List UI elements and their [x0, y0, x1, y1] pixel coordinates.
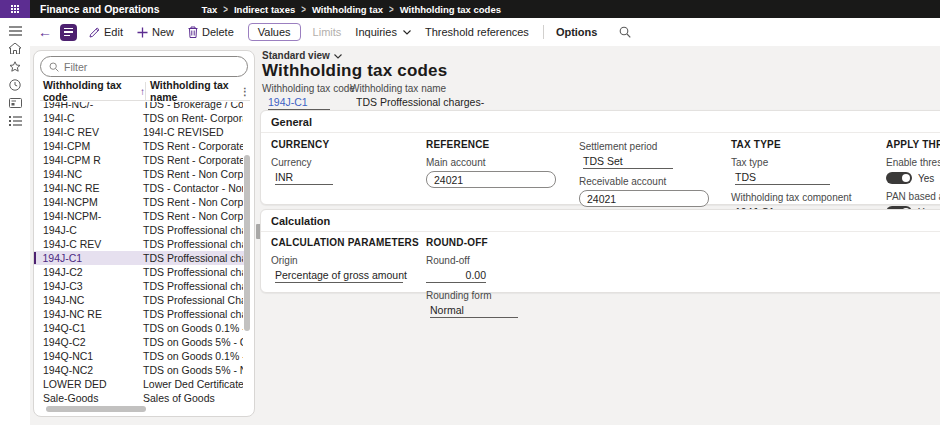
row-code-cell: 194I-NCPM- — [34, 210, 139, 222]
app-launcher-button[interactable] — [0, 0, 30, 18]
limits-button: Limits — [313, 26, 342, 38]
chevron-down-icon — [334, 50, 342, 61]
tax-code-row[interactable]: 194I-NC RETDS - Contactor - Non C — [34, 181, 246, 195]
receivable-account-input[interactable]: 24021 — [579, 190, 709, 207]
search-icon[interactable] — [619, 26, 631, 38]
values-button[interactable]: Values — [248, 23, 301, 41]
view-selector[interactable]: Standard view — [262, 50, 342, 61]
new-button[interactable]: New — [137, 26, 174, 38]
home-icon[interactable] — [6, 42, 24, 55]
filter-input[interactable] — [64, 61, 239, 73]
favorites-star-icon[interactable] — [6, 60, 24, 73]
tax-code-row[interactable]: 194J-C REVTDS Proffessional charge — [34, 237, 246, 251]
enable-threshold-label: Enable threshol — [886, 157, 940, 168]
breadcrumb-chevron-icon: > — [301, 3, 306, 16]
header-code-value[interactable]: 194J-C1 — [268, 96, 330, 110]
threshold-references-button[interactable]: Threshold references — [425, 26, 529, 38]
currency-value[interactable]: INR — [275, 171, 333, 185]
breadcrumb-item[interactable]: Indirect taxes — [234, 4, 295, 15]
rounding-form-label: Rounding form — [426, 290, 586, 301]
row-code-cell: 194I-C — [34, 112, 139, 124]
calculation-section-title[interactable]: Calculation — [261, 210, 940, 232]
task-menu-button[interactable] — [60, 24, 77, 41]
reference-group-header: REFERENCE — [426, 139, 576, 150]
row-code-cell: 194J-C3 — [34, 280, 139, 292]
row-code-cell: 194Q-NC2 — [34, 364, 139, 376]
back-button[interactable]: ← — [38, 24, 52, 40]
horizontal-scrollbar[interactable] — [46, 406, 146, 412]
tax-code-row[interactable]: 194I-CPM RTDS Rent - Corporate - F — [34, 153, 246, 167]
tax-code-row[interactable]: 194I-NCPM-TDS Rent - Non Corpora — [34, 209, 246, 223]
column-header-code[interactable]: Withholding tax code ↑ — [40, 79, 145, 103]
row-name-cell: TDS Proffessional charge — [139, 308, 243, 320]
tax-code-row[interactable]: 194I-NCTDS Rent - Non Corpora — [34, 167, 246, 181]
row-name-cell: TDS Rent - Non Corpora — [139, 168, 243, 180]
withholding-tax-component-label: Withholding tax component — [731, 192, 881, 203]
toggle-on-icon — [886, 172, 912, 184]
action-toolbar: ← Edit New Delete Values Limits Inquirie… — [30, 18, 940, 46]
hamburger-menu-icon[interactable] — [6, 24, 24, 37]
edit-button[interactable]: Edit — [89, 26, 123, 38]
inquiries-menu[interactable]: Inquiries — [355, 26, 411, 38]
column-more-icon[interactable]: ⋮ — [240, 86, 250, 97]
app-window: Finance and Operations Tax>Indirect taxe… — [0, 0, 940, 425]
tax-code-row[interactable]: 194J-C2TDS Proffessional charge — [34, 265, 246, 279]
filter-box[interactable] — [40, 56, 248, 77]
row-name-cell: TDS Professional Charge — [139, 294, 243, 306]
tax-code-row[interactable]: 194Q-C2TDS on Goods 5% - Corp — [34, 335, 246, 349]
recent-clock-icon[interactable] — [6, 78, 24, 91]
settlement-period-value[interactable]: TDS Set — [583, 155, 673, 169]
main-account-input[interactable]: 24021 — [426, 171, 556, 188]
breadcrumb-item[interactable]: Tax — [202, 4, 218, 15]
row-code-cell: LOWER DED — [34, 378, 139, 390]
tax-code-row[interactable]: 194Q-NC1TDS on Goods 0.1% - Nc — [34, 349, 246, 363]
tax-code-row[interactable]: 194I-CTDS on Rent- Corporate- — [34, 111, 246, 125]
row-code-cell: 194J-NC — [34, 294, 139, 306]
rounding-form-value[interactable]: Normal — [430, 304, 518, 318]
breadcrumb-item[interactable]: Withholding tax — [312, 4, 383, 15]
column-header-name[interactable]: Withholding tax name ⋮ — [145, 82, 250, 100]
round-off-value[interactable]: 0.00 — [426, 269, 486, 283]
tax-code-row[interactable]: 194J-CTDS Proffessional charge — [34, 223, 246, 237]
pencil-icon — [89, 27, 100, 38]
list-header: Withholding tax code ↑ Withholding tax n… — [40, 82, 250, 101]
tax-code-row[interactable]: 194J-C1TDS Proffessional charge — [34, 251, 246, 265]
modules-list-icon[interactable] — [6, 114, 24, 127]
row-code-cell: 194J-C REV — [34, 238, 139, 250]
tax-code-row[interactable]: 194I-C REV194I-C REVISED — [34, 125, 246, 139]
breadcrumb-chevron-icon: > — [389, 3, 394, 16]
tax-code-row[interactable]: 194J-C3TDS Proffessional charge — [34, 279, 246, 293]
tax-code-row[interactable]: 194J-NCTDS Professional Charge — [34, 293, 246, 307]
row-name-cell: TDS on Goods 0.1% - Cc — [139, 322, 243, 334]
origin-value[interactable]: Percentage of gross amount — [275, 269, 403, 283]
tax-code-row[interactable]: 194H-NC/-TDS - Brokerage / Comn — [34, 102, 246, 111]
calculation-section: Calculation CALCULATION PARAMETERS Origi… — [260, 209, 940, 293]
options-button[interactable]: Options — [556, 26, 598, 38]
list-rows-viewport: 194H-NC/-TDS - Brokerage / Comn194I-CTDS… — [34, 102, 246, 411]
delete-button[interactable]: Delete — [188, 26, 234, 38]
vertical-scrollbar[interactable] — [244, 155, 250, 331]
general-section-title[interactable]: General — [261, 111, 940, 133]
app-title: Finance and Operations — [30, 3, 174, 15]
row-code-cell: 194Q-C2 — [34, 336, 139, 348]
tax-code-row[interactable]: 194I-NCPMTDS Rent - Non Corpora — [34, 195, 246, 209]
row-name-cell: TDS on Goods 5% - Non — [139, 364, 243, 376]
row-name-cell: TDS Proffessional charge — [139, 224, 243, 236]
tax-code-row[interactable]: Sale-GoodsSales of Goods — [34, 391, 246, 405]
tax-code-row[interactable]: 194I-CPMTDS Rent - Corporate - F — [34, 139, 246, 153]
breadcrumb: Tax>Indirect taxes>Withholding tax>Withh… — [202, 4, 501, 15]
tax-code-row[interactable]: LOWER DEDLower Ded Certificate - F — [34, 377, 246, 391]
tax-code-row[interactable]: 194J-NC RETDS Proffessional charge — [34, 307, 246, 321]
top-bar: Finance and Operations Tax>Indirect taxe… — [0, 0, 940, 18]
tax-type-value[interactable]: TDS — [735, 171, 830, 185]
tax-code-row[interactable]: 194Q-NC2TDS on Goods 5% - Non — [34, 363, 246, 377]
apply-threshold-group-header: APPLY THRESH — [886, 139, 940, 150]
workspaces-icon[interactable] — [6, 96, 24, 109]
waffle-icon — [11, 5, 19, 13]
row-name-cell: TDS Proffessional charge — [139, 252, 243, 264]
tax-code-row[interactable]: 194Q-C1TDS on Goods 0.1% - Cc — [34, 321, 246, 335]
breadcrumb-item[interactable]: Withholding tax codes — [400, 4, 501, 15]
row-code-cell: 194H-NC/- — [34, 102, 139, 110]
row-code-cell: 194I-CPM R — [34, 154, 139, 166]
enable-threshold-toggle[interactable]: Yes — [886, 172, 940, 184]
